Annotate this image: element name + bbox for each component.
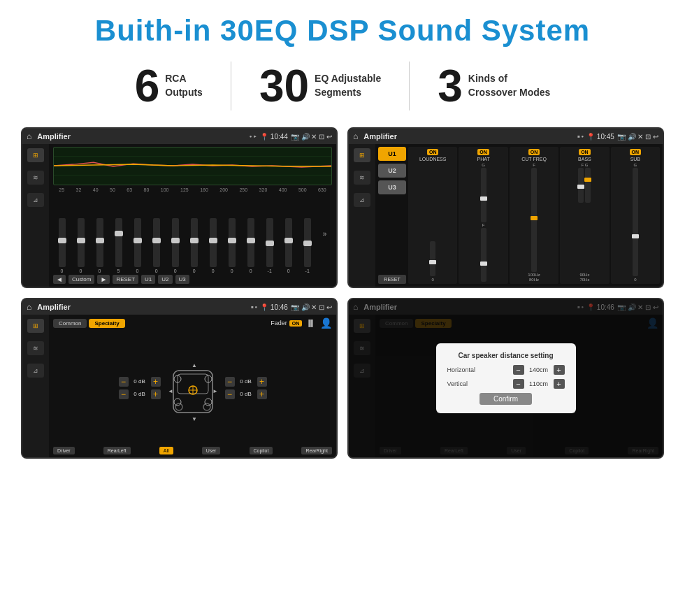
confirm-button[interactable]: Confirm [480,393,532,405]
tab-common[interactable]: Common [53,319,87,328]
crossover-reset-btn[interactable]: RESET [378,275,406,284]
user-btn[interactable]: User [202,447,221,454]
fader-sidebar-icon-3[interactable]: ⊿ [27,364,44,378]
rearleft-btn[interactable]: RearLeft [103,447,131,454]
bass-slider-g[interactable] [585,168,591,203]
bass-label: BASS [578,157,591,162]
horizontal-label: Horizontal [447,366,476,373]
sub-val: 0 [634,278,636,282]
crossover-sidebar-icon-2[interactable]: ≋ [354,171,370,185]
horizontal-control: − 140cm + [513,365,565,375]
crossover-u3-btn[interactable]: U3 [378,180,406,194]
crossover-u1-btn[interactable]: U1 [378,147,406,161]
eq-slider-3[interactable]: 5 [115,218,122,273]
sub-slider[interactable] [633,168,638,276]
loudness-val: 0 [432,278,434,282]
page-title: Buith-in 30EQ DSP Sound System [21,14,664,48]
crossover-u-buttons: U1 U2 U3 RESET [378,147,406,284]
eq-time: 📍 10:44 [260,133,288,141]
phat-slider-g[interactable] [481,168,486,222]
crossover-home-icon: ⌂ [353,131,358,141]
eq-slider-6[interactable]: 0 [172,218,179,273]
vertical-minus-btn[interactable]: − [513,379,524,389]
eq-preset-label: Custom [68,275,95,284]
eq-topbar: ⌂ Amplifier ● ► 📍 10:44 📷 🔊 ✕ ⊡ ↩ [22,129,336,144]
eq-u3-btn[interactable]: U3 [175,275,189,284]
eq-slider-1[interactable]: 0 [78,218,85,273]
channel-sub: ON SUB G 0 [611,147,660,284]
eq-slider-13[interactable]: -1 [304,218,311,273]
eq-reset-btn[interactable]: RESET [113,275,138,284]
copilot-btn[interactable]: Copilot [250,447,273,454]
channel-loudness: ON LOUDNESS 0 [408,147,457,284]
all-btn[interactable]: All [159,447,173,454]
sub-on: ON [630,149,642,155]
db-minus-fr[interactable]: − [225,377,235,387]
eq-u1-btn[interactable]: U1 [141,275,155,284]
eq-u2-btn[interactable]: U2 [158,275,172,284]
vertical-control: − 110cm + [513,379,565,389]
eq-status-dot: ● ► [250,134,257,138]
eq-slider-7[interactable]: 0 [191,218,198,273]
horizontal-row: Horizontal − 140cm + [447,365,565,375]
eq-slider-11[interactable]: -1 [266,218,273,273]
eq-slider-2[interactable]: 0 [96,218,103,273]
loudness-slider[interactable] [430,241,435,276]
horizontal-plus-btn[interactable]: + [554,365,565,375]
eq-topbar-icons: 📷 🔊 ✕ ⊡ ↩ [291,133,332,141]
eq-slider-0[interactable]: 0 [59,218,66,273]
db-plus-rr[interactable]: + [257,389,267,399]
eq-prev-btn[interactable]: ◄ [53,275,66,284]
cutfreq-slider[interactable] [531,168,537,272]
crossover-sidebar-icon-1[interactable]: ⊞ [354,148,370,162]
vertical-plus-btn[interactable]: + [554,379,565,389]
db-minus-rl[interactable]: − [119,389,129,399]
fader-sidebar-icon-2[interactable]: ≋ [27,341,44,355]
db-plus-fl[interactable]: + [151,377,161,387]
bass-slider-f[interactable] [578,168,584,203]
db-value-fr: 0 dB [236,378,256,385]
eq-sidebar-icon-2[interactable]: ≋ [27,171,44,185]
horizontal-minus-btn[interactable]: − [513,365,524,375]
eq-next-btn[interactable]: ► [97,275,110,284]
svg-text:◄: ◄ [168,388,173,394]
fader-label: Fader [271,320,287,327]
db-plus-fr[interactable]: + [257,377,267,387]
tab-specialty[interactable]: Specialty [89,319,124,328]
vertical-label: Vertical [447,380,468,387]
eq-slider-10[interactable]: 0 [247,218,254,273]
fader-sidebar-icon-1[interactable]: ⊞ [27,319,44,333]
fader-home-icon: ⌂ [27,302,31,312]
eq-slider-4[interactable]: 0 [134,218,141,273]
phat-on: ON [477,149,489,155]
db-minus-fl[interactable]: − [119,377,129,387]
screens-grid: ⌂ Amplifier ● ► 📍 10:44 📷 🔊 ✕ ⊡ ↩ ⊞ ≋ ⊿ [21,127,664,459]
channel-bass: ON BASS F G [560,147,609,284]
db-control-fr: − 0 dB + [225,377,267,387]
crossover-title: Amplifier [363,132,575,141]
svg-point-10 [205,399,212,406]
bass-on: ON [579,149,591,155]
crossover-sidebar-icon-3[interactable]: ⊿ [354,193,370,207]
crossover-channels: ON LOUDNESS 0 ON PHAT [408,147,660,284]
eq-sidebar-icon-3[interactable]: ⊿ [27,193,44,207]
eq-slider-5[interactable]: 0 [153,218,160,273]
fader-sidebar: ⊞ ≋ ⊿ [22,315,49,457]
db-minus-rr[interactable]: − [225,389,235,399]
db-control-rr: − 0 dB + [225,389,267,399]
svg-point-9 [174,399,181,406]
db-plus-rl[interactable]: + [151,389,161,399]
driver-btn[interactable]: Driver [53,447,75,454]
eq-slider-9[interactable]: 0 [229,218,236,273]
channel-phat: ON PHAT G F [459,147,507,284]
stat-crossover-text: Kinds ofCrossover Modes [468,72,550,99]
eq-slider-8[interactable]: 0 [210,218,217,273]
crossover-u2-btn[interactable]: U2 [378,164,406,178]
eq-slider-12[interactable]: 0 [285,218,292,273]
rearright-btn[interactable]: RearRight [301,447,332,454]
phat-slider-f[interactable] [481,228,486,282]
eq-title: Amplifier [37,132,247,141]
crossover-main: U1 U2 U3 RESET ON LOUDNESS [375,144,663,287]
eq-sidebar-icon-1[interactable]: ⊞ [27,148,44,162]
sub-label: SUB [630,157,640,162]
